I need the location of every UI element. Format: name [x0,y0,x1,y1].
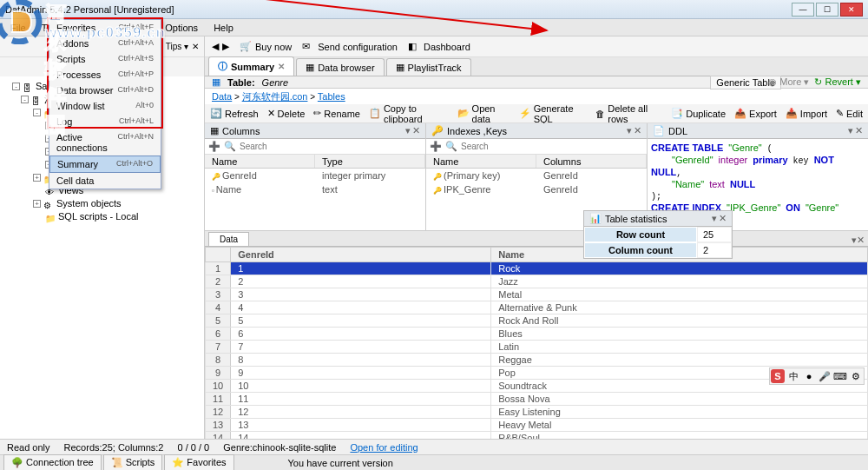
data-tab[interactable]: Data [208,232,249,246]
close-icon[interactable]: ✕ [278,62,285,71]
table-stats: 📊Table statistics▾✕ Row count25 Column c… [583,210,733,259]
breadcrumb-conn[interactable]: 河东软件园.con [242,91,308,102]
tab-playlisttrack[interactable]: ▦PlaylistTrack [386,58,471,76]
table-row[interactable]: 55Rock And Roll [206,314,868,328]
statusbar: Read only Records:25; Columns:2 0 / 0 / … [0,439,868,454]
more-button[interactable]: ◉ More ▾ [768,76,809,88]
ime-cn-icon[interactable]: 中 [786,369,800,383]
tree-close-icon[interactable]: ✕ [192,42,199,51]
tab-scripts[interactable]: 📜Scripts [103,454,163,470]
toolbar-open-data[interactable]: 📂Open data [457,103,510,124]
table-row[interactable]: 1313Heavy Metal [206,419,868,432]
menu-help[interactable]: Help [207,21,240,35]
minimize-button[interactable]: — [792,3,814,17]
colcount-value: 2 [697,242,732,258]
toolbar-duplicate[interactable]: 📑Duplicate [671,108,726,119]
toolbar-import[interactable]: 📥Import [786,108,827,119]
table-row[interactable]: 1212Easy Listening [206,406,868,419]
dropdown-item[interactable]: Window listAlt+0 [49,98,161,114]
table-row[interactable]: 66Blues [206,328,868,341]
toolbar-export[interactable]: 📤Export [734,108,777,119]
breadcrumb-data[interactable]: Data [212,91,232,102]
rowcount-value: 25 [697,227,732,242]
dashboard-button[interactable]: Dashboard [408,41,470,53]
table-row[interactable]: 33Metal [206,288,868,301]
toolbar-rename[interactable]: ✏Rename [313,108,360,119]
toolbar-generate-sql[interactable]: ⚡Generate SQL [519,103,588,124]
revert-button[interactable]: ↻ Revert ▾ [814,76,861,88]
dropdown-item[interactable]: LogCtrl+Alt+L [49,114,161,129]
tab-connection-tree[interactable]: 🌳Connection tree [3,454,102,470]
col-type-header[interactable]: Type [315,155,425,168]
data-grid[interactable]: GenreIdName11Rock22Jazz33Metal44Alternat… [205,247,868,458]
add-icon[interactable]: ➕ [208,141,220,152]
send-config-button[interactable]: Send configuration [302,41,398,53]
pin-icon[interactable]: ▾ [405,125,411,136]
table-label: Table: [227,77,255,88]
menu-file[interactable]: File [3,21,33,35]
menu-options[interactable]: Options [158,21,205,35]
maximize-button[interactable]: ☐ [816,3,838,17]
nav-back-icon[interactable]: ◀ [212,41,219,52]
breadcrumb-tables[interactable]: Tables [318,91,345,102]
envelope-icon [302,41,314,53]
grid-icon: ▦ [306,62,314,73]
sql-icon: 📄 [653,125,665,136]
colcount-label: Column count [584,242,697,258]
add-icon[interactable]: ➕ [430,141,442,152]
columns-search[interactable] [240,142,422,151]
tree-node[interactable]: +System objects [3,197,201,210]
table-row[interactable]: 11Rock [206,262,868,275]
toolbar-delete-all-rows[interactable]: 🗑Delete all rows [595,103,662,124]
close-icon[interactable]: ✕ [412,125,420,136]
table-toolbar: 🔄Refresh✕Delete✏Rename📋Copy to clipboard… [205,104,868,123]
stats-icon: 📊 [589,213,602,224]
nav-fwd-icon[interactable]: ▶ [222,41,229,52]
tab-summary[interactable]: ⓘSummary✕ [208,56,294,76]
records-label: Records:25; Columns:2 [64,442,164,453]
columns-title: Columns [222,126,260,136]
breadcrumb: Data > 河东软件园.con > Tables [205,89,868,104]
close-button[interactable]: ✕ [840,3,863,17]
toolbar-delete[interactable]: ✕Delete [267,108,306,119]
dropdown-item[interactable]: Data browserCtrl+Alt+D [49,83,161,98]
toolbar-refresh[interactable]: 🔄Refresh [210,108,259,119]
toolbar-main: ◀ ▶ Buy now Send configuration Dashboard [205,36,868,57]
ime-mic-icon[interactable]: 🎤 [818,369,832,383]
ime-settings-icon[interactable]: ⚙ [849,369,863,383]
table-row[interactable]: 88Reggae [206,354,868,367]
toolbar-copy-to-clipboard[interactable]: 📋Copy to clipboard [369,103,449,124]
table-row[interactable]: 22Jazz [206,275,868,288]
table-row[interactable]: 1111Bossa Nova [206,393,868,406]
tab-databrowser[interactable]: ▦Data browser [296,58,384,76]
tree-icon: 🌳 [11,457,23,468]
buy-button[interactable]: Buy now [240,41,292,53]
star-icon: ⭐ [172,457,184,468]
table-row[interactable]: 77Latin [206,341,868,354]
bottombar: 🌳Connection tree 📜Scripts ⭐Favorites You… [0,454,868,470]
indexes-search[interactable] [461,142,643,151]
table-name: Genre [262,77,289,88]
open-editing-link[interactable]: Open for editing [350,442,418,453]
tab-favorites[interactable]: ⭐Favorites [164,454,233,470]
script-icon: 📜 [111,457,123,468]
ime-punct-icon[interactable]: ● [802,369,816,383]
ime-s-icon[interactable]: S [771,369,785,383]
key-icon: 🔑 [431,125,444,136]
dropdown-item[interactable]: ScriptsCtrl+Alt+S [49,51,161,67]
dropdown-item[interactable]: SummaryCtrl+Alt+O [49,156,161,173]
dropdown-item[interactable]: Cell data [49,173,161,189]
dropdown-item[interactable]: Active connectionsCtrl+Alt+N [49,129,161,156]
readonly-label: Read only [7,442,50,453]
ime-keyboard-icon[interactable]: ⌨ [833,369,847,383]
table-row[interactable]: 44Alternative & Punk [206,301,868,314]
toolbar-edit[interactable]: ✎Edit [836,108,863,119]
table-icon: ▦ [396,62,404,73]
view-dropdown: FavoritesCtrl+Alt+FAddonsCtrl+Alt+AScrip… [49,19,161,189]
ime-toolbar[interactable]: S 中 ● 🎤 ⌨ ⚙ [769,367,865,385]
col-name-header[interactable]: Name [205,155,315,168]
dropdown-item[interactable]: ProcessesCtrl+Alt+P [49,67,161,83]
dropdown-item[interactable]: AddonsCtrl+Alt+A [49,36,161,51]
dropdown-item[interactable]: FavoritesCtrl+Alt+F [49,20,161,36]
tree-node[interactable]: SQL scripts - Local [3,210,201,223]
